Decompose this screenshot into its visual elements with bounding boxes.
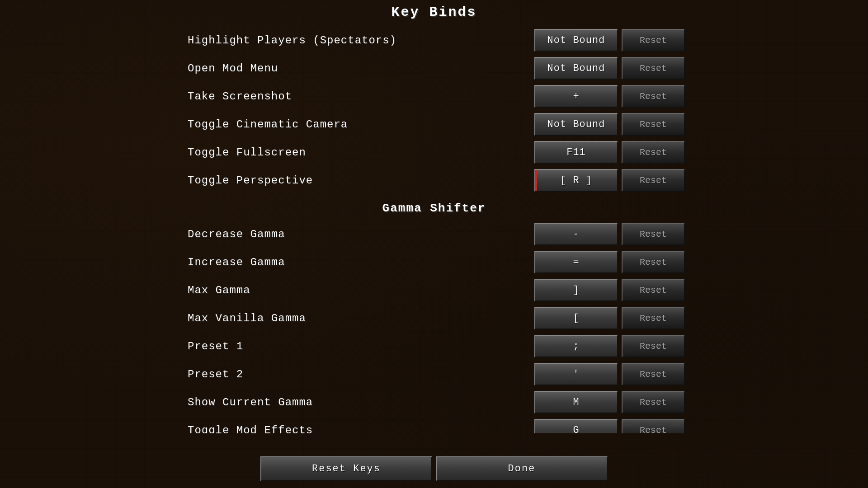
keybind-row-toggle-fullscreen: Toggle FullscreenF11Reset bbox=[174, 139, 694, 166]
keybind-buttons-toggle-fullscreen: F11Reset bbox=[534, 141, 685, 164]
keybind-row-preset-1: Preset 1;Reset bbox=[174, 333, 694, 360]
keybind-label-decrease-gamma: Decrease Gamma bbox=[188, 228, 534, 240]
key-button-open-mod-menu[interactable]: Not Bound bbox=[534, 57, 618, 80]
page-title: Key Binds bbox=[391, 5, 476, 20]
keybind-row-toggle-perspective: Toggle Perspective[ R ]Reset bbox=[174, 167, 694, 194]
keybind-label-increase-gamma: Increase Gamma bbox=[188, 256, 534, 268]
key-button-max-gamma[interactable]: ] bbox=[534, 279, 618, 301]
keybind-buttons-decrease-gamma: -Reset bbox=[534, 223, 685, 245]
key-button-take-screenshot[interactable]: + bbox=[534, 85, 618, 108]
keybind-buttons-show-current-gamma: MReset bbox=[534, 391, 685, 413]
key-button-toggle-perspective[interactable]: [ R ] bbox=[534, 169, 618, 192]
key-button-decrease-gamma[interactable]: - bbox=[534, 223, 618, 245]
reset-button-max-vanilla-gamma[interactable]: Reset bbox=[622, 307, 685, 329]
done-button[interactable]: Done bbox=[436, 456, 608, 481]
keybind-buttons-toggle-mod-effects: GReset bbox=[534, 419, 685, 433]
scroll-area[interactable]: Highlight Players (Spectators)Not BoundR… bbox=[174, 27, 694, 433]
keybind-buttons-preset-2: 'Reset bbox=[534, 363, 685, 385]
keybind-row-open-mod-menu: Open Mod MenuNot BoundReset bbox=[174, 55, 694, 82]
key-button-toggle-fullscreen[interactable]: F11 bbox=[534, 141, 618, 164]
key-button-increase-gamma[interactable]: = bbox=[534, 251, 618, 273]
keybind-buttons-highlight-players: Not BoundReset bbox=[534, 29, 685, 52]
reset-button-open-mod-menu[interactable]: Reset bbox=[622, 57, 685, 80]
key-button-preset-1[interactable]: ; bbox=[534, 335, 618, 357]
keybind-row-increase-gamma: Increase Gamma=Reset bbox=[174, 249, 694, 276]
reset-button-show-current-gamma[interactable]: Reset bbox=[622, 391, 685, 413]
keybind-buttons-increase-gamma: =Reset bbox=[534, 251, 685, 273]
keybind-label-preset-1: Preset 1 bbox=[188, 340, 534, 352]
reset-button-decrease-gamma[interactable]: Reset bbox=[622, 223, 685, 245]
keybind-label-highlight-players: Highlight Players (Spectators) bbox=[188, 34, 534, 47]
reset-button-increase-gamma[interactable]: Reset bbox=[622, 251, 685, 273]
key-button-toggle-mod-effects[interactable]: G bbox=[534, 419, 618, 433]
keybind-row-decrease-gamma: Decrease Gamma-Reset bbox=[174, 221, 694, 248]
reset-button-highlight-players[interactable]: Reset bbox=[622, 29, 685, 52]
keybind-buttons-max-vanilla-gamma: [Reset bbox=[534, 307, 685, 329]
keybind-label-preset-2: Preset 2 bbox=[188, 368, 534, 380]
key-button-toggle-cinematic-camera[interactable]: Not Bound bbox=[534, 113, 618, 136]
reset-keys-button[interactable]: Reset Keys bbox=[260, 456, 432, 481]
keybind-row-preset-2: Preset 2'Reset bbox=[174, 361, 694, 388]
reset-button-toggle-fullscreen[interactable]: Reset bbox=[622, 141, 685, 164]
keybind-label-toggle-perspective: Toggle Perspective bbox=[188, 174, 534, 187]
reset-button-toggle-perspective[interactable]: Reset bbox=[622, 169, 685, 192]
keybind-row-max-vanilla-gamma: Max Vanilla Gamma[Reset bbox=[174, 305, 694, 332]
keybind-label-take-screenshot: Take Screenshot bbox=[188, 90, 534, 103]
keybind-label-max-gamma: Max Gamma bbox=[188, 284, 534, 296]
keybind-buttons-toggle-perspective: [ R ]Reset bbox=[534, 169, 685, 192]
keybind-label-open-mod-menu: Open Mod Menu bbox=[188, 62, 534, 75]
keybind-buttons-toggle-cinematic-camera: Not BoundReset bbox=[534, 113, 685, 136]
keybind-label-toggle-mod-effects: Toggle Mod Effects bbox=[188, 424, 534, 434]
keybind-label-max-vanilla-gamma: Max Vanilla Gamma bbox=[188, 312, 534, 324]
section-header-gamma-shifter: Gamma Shifter bbox=[174, 195, 694, 220]
bottom-bar: Reset Keys Done bbox=[0, 450, 868, 488]
key-button-max-vanilla-gamma[interactable]: [ bbox=[534, 307, 618, 329]
key-button-show-current-gamma[interactable]: M bbox=[534, 391, 618, 413]
keybind-row-take-screenshot: Take Screenshot+Reset bbox=[174, 83, 694, 110]
keybind-row-show-current-gamma: Show Current GammaMReset bbox=[174, 389, 694, 416]
reset-button-toggle-cinematic-camera[interactable]: Reset bbox=[622, 113, 685, 136]
reset-button-preset-1[interactable]: Reset bbox=[622, 335, 685, 357]
keybind-row-highlight-players: Highlight Players (Spectators)Not BoundR… bbox=[174, 27, 694, 54]
keybind-row-max-gamma: Max Gamma]Reset bbox=[174, 277, 694, 304]
keybind-buttons-preset-1: ;Reset bbox=[534, 335, 685, 357]
reset-button-max-gamma[interactable]: Reset bbox=[622, 279, 685, 301]
keybind-row-toggle-mod-effects: Toggle Mod EffectsGReset bbox=[174, 417, 694, 433]
keybind-buttons-take-screenshot: +Reset bbox=[534, 85, 685, 108]
main-container: Key Binds Highlight Players (Spectators)… bbox=[174, 0, 694, 433]
keybind-buttons-max-gamma: ]Reset bbox=[534, 279, 685, 301]
reset-button-preset-2[interactable]: Reset bbox=[622, 363, 685, 385]
key-button-highlight-players[interactable]: Not Bound bbox=[534, 29, 618, 52]
reset-button-toggle-mod-effects[interactable]: Reset bbox=[622, 419, 685, 433]
keybind-row-toggle-cinematic-camera: Toggle Cinematic CameraNot BoundReset bbox=[174, 111, 694, 138]
keybind-label-toggle-fullscreen: Toggle Fullscreen bbox=[188, 146, 534, 159]
keybind-label-show-current-gamma: Show Current Gamma bbox=[188, 396, 534, 408]
keybind-label-toggle-cinematic-camera: Toggle Cinematic Camera bbox=[188, 118, 534, 131]
keybind-list: Highlight Players (Spectators)Not BoundR… bbox=[174, 27, 694, 433]
reset-button-take-screenshot[interactable]: Reset bbox=[622, 85, 685, 108]
key-button-preset-2[interactable]: ' bbox=[534, 363, 618, 385]
keybind-buttons-open-mod-menu: Not BoundReset bbox=[534, 57, 685, 80]
